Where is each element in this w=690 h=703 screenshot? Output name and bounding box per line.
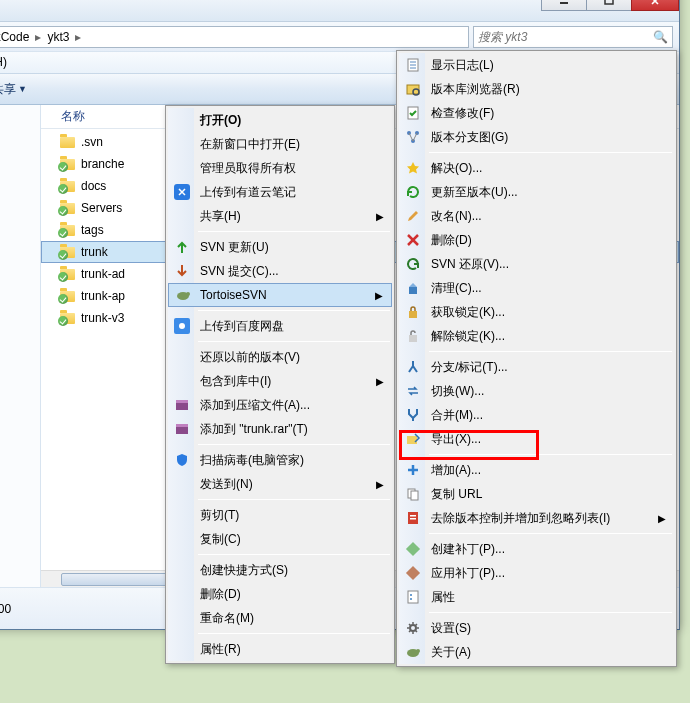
- file-name: Servers: [81, 201, 122, 215]
- svg-point-8: [179, 323, 185, 329]
- svn-rename[interactable]: 改名(N)...: [399, 204, 674, 228]
- svg-rect-34: [410, 515, 416, 517]
- delete-icon: [404, 231, 422, 249]
- check-icon: [404, 104, 422, 122]
- svn-copy-url[interactable]: 复制 URL: [399, 482, 674, 506]
- svn-folder-icon: [59, 244, 75, 260]
- ctx-shortcut[interactable]: 创建快捷方式(S): [168, 558, 392, 582]
- tortoise-icon: [404, 643, 422, 661]
- svn-update-icon: [173, 238, 191, 256]
- youdao-icon: [173, 183, 191, 201]
- svn-switch[interactable]: 切换(W)...: [399, 379, 674, 403]
- svn-repo-browser[interactable]: 版本库浏览器(R): [399, 77, 674, 101]
- pencil-icon: [404, 207, 422, 225]
- svg-rect-25: [409, 287, 417, 294]
- svg-point-41: [410, 625, 416, 631]
- svn-create-patch[interactable]: 创建补丁(P)...: [399, 537, 674, 561]
- patch-icon: [404, 540, 422, 558]
- svg-rect-28: [407, 436, 417, 444]
- ctx-delete[interactable]: 删除(D): [168, 582, 392, 606]
- file-name: .svn: [81, 135, 103, 149]
- svn-add[interactable]: 增加(A)...: [399, 458, 674, 482]
- svn-unversion-ignore[interactable]: 去除版本控制并增加到忽略列表(I)▶: [399, 506, 674, 530]
- search-icon: 🔍: [653, 30, 668, 44]
- ignore-icon: [404, 509, 422, 527]
- submenu-arrow-icon: ▶: [376, 479, 384, 490]
- close-button[interactable]: [631, 0, 679, 11]
- nav-item[interactable]: -x86: [0, 111, 36, 133]
- chevron-right-icon: ▸: [33, 30, 43, 44]
- ctx-send-to[interactable]: 发送到(N)▶: [168, 472, 392, 496]
- svn-revision-graph[interactable]: 版本分支图(G): [399, 125, 674, 149]
- svg-rect-36: [406, 542, 420, 556]
- submenu-arrow-icon: ▶: [376, 376, 384, 387]
- ctx-restore[interactable]: 还原以前的版本(V): [168, 345, 392, 369]
- svn-check-mods[interactable]: 检查修改(F): [399, 101, 674, 125]
- search-input[interactable]: [478, 30, 653, 44]
- breadcrumb-seg-ykt3[interactable]: ykt3: [43, 30, 73, 44]
- minimize-button[interactable]: [541, 0, 587, 11]
- lock-icon: [404, 303, 422, 321]
- ctx-youdao[interactable]: 上传到有道云笔记: [168, 180, 392, 204]
- svn-export[interactable]: 导出(X)...: [399, 427, 674, 451]
- svn-revert[interactable]: SVN 还原(V)...: [399, 252, 674, 276]
- svn-show-log[interactable]: 显示日志(L): [399, 53, 674, 77]
- ctx-open-new-window[interactable]: 在新窗口中打开(E): [168, 132, 392, 156]
- svn-folder-icon: [59, 178, 75, 194]
- tortoisesvn-submenu: 显示日志(L) 版本库浏览器(R) 检查修改(F) 版本分支图(G) 解决(O)…: [396, 50, 677, 667]
- file-name: trunk: [81, 245, 108, 259]
- ctx-svn-update[interactable]: SVN 更新(U): [168, 235, 392, 259]
- menu-help[interactable]: 帮助(H): [0, 54, 7, 71]
- svn-release-lock[interactable]: 解除锁定(K)...: [399, 324, 674, 348]
- merge-icon: [404, 406, 422, 424]
- svn-delete[interactable]: 删除(D): [399, 228, 674, 252]
- ctx-copy[interactable]: 复制(C): [168, 527, 392, 551]
- status-date: 2017/4/13 9:00: [0, 602, 11, 616]
- ctx-properties[interactable]: 属性(R): [168, 637, 392, 661]
- breadcrumb[interactable]: (E:)▸ workCode▸ ykt3▸: [0, 26, 469, 48]
- context-menu: 打开(O) 在新窗口中打开(E) 管理员取得所有权 上传到有道云笔记 共享(H)…: [165, 105, 395, 664]
- svn-folder-icon: [59, 266, 75, 282]
- toolbar-share[interactable]: 共享 ▼: [0, 81, 27, 98]
- svn-properties[interactable]: 属性: [399, 585, 674, 609]
- svn-folder-icon: [59, 200, 75, 216]
- ctx-include-library[interactable]: 包含到库中(I)▶: [168, 369, 392, 393]
- svg-rect-12: [176, 424, 188, 427]
- breadcrumb-seg-workcode[interactable]: workCode: [0, 30, 33, 44]
- svn-branch-tag[interactable]: 分支/标记(T)...: [399, 355, 674, 379]
- svn-resolve[interactable]: 解决(O)...: [399, 156, 674, 180]
- ctx-scan-virus[interactable]: 扫描病毒(电脑管家): [168, 448, 392, 472]
- svn-merge[interactable]: 合并(M)...: [399, 403, 674, 427]
- ctx-open[interactable]: 打开(O): [168, 108, 392, 132]
- tortoise-icon: [174, 286, 192, 304]
- svg-point-6: [186, 292, 190, 296]
- maximize-button[interactable]: [586, 0, 632, 11]
- svn-commit-icon: [173, 262, 191, 280]
- branch-icon: [404, 358, 422, 376]
- ctx-cut[interactable]: 剪切(T): [168, 503, 392, 527]
- nav-item[interactable]: npF: [0, 385, 36, 407]
- ctx-tortoisesvn[interactable]: TortoiseSVN▶: [168, 283, 392, 307]
- search-box[interactable]: 🔍: [473, 26, 673, 48]
- ctx-svn-commit[interactable]: SVN 提交(C)...: [168, 259, 392, 283]
- svn-folder-icon: [59, 222, 75, 238]
- ctx-add-to-archive[interactable]: 添加到压缩文件(A)...: [168, 393, 392, 417]
- svn-update-to-rev[interactable]: 更新至版本(U)...: [399, 180, 674, 204]
- nav-item[interactable]: ad: [0, 193, 36, 215]
- svn-folder-icon: [59, 156, 75, 172]
- ctx-share[interactable]: 共享(H)▶: [168, 204, 392, 228]
- address-bar: (E:)▸ workCode▸ ykt3▸ 🔍: [0, 21, 679, 51]
- svn-cleanup[interactable]: 清理(C)...: [399, 276, 674, 300]
- nav-pane: -x86 ad npF: [0, 105, 41, 625]
- svn-about[interactable]: 关于(A): [399, 640, 674, 664]
- svn-get-lock[interactable]: 获取锁定(K)...: [399, 300, 674, 324]
- ctx-baidu[interactable]: 上传到百度网盘: [168, 314, 392, 338]
- svn-apply-patch[interactable]: 应用补丁(P)...: [399, 561, 674, 585]
- log-icon: [404, 56, 422, 74]
- ctx-add-to-rar[interactable]: 添加到 "trunk.rar"(T): [168, 417, 392, 441]
- ctx-rename[interactable]: 重命名(M): [168, 606, 392, 630]
- revert-icon: [404, 255, 422, 273]
- ctx-admin-own[interactable]: 管理员取得所有权: [168, 156, 392, 180]
- file-name: docs: [81, 179, 106, 193]
- svn-settings[interactable]: 设置(S): [399, 616, 674, 640]
